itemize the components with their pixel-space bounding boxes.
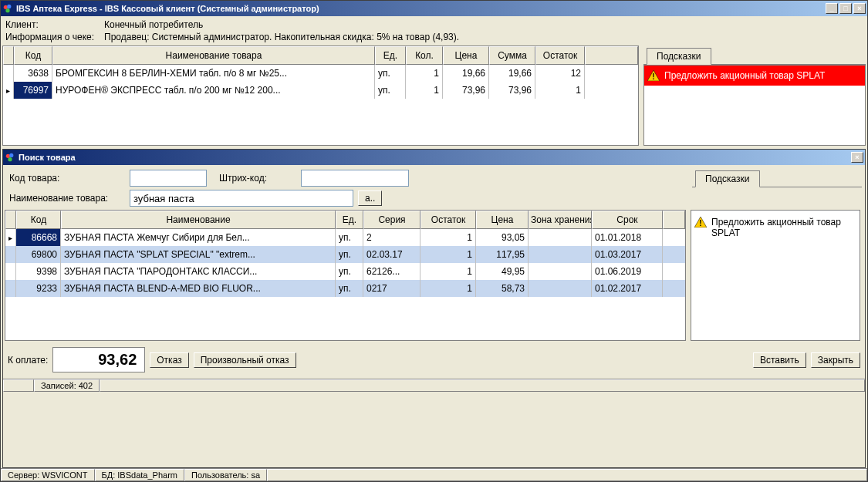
receipt-info-value: Продавец: Системный администратор. Накоп… (104, 32, 459, 42)
cell-qty: 1 (406, 82, 443, 99)
col-unit[interactable]: Ед. (375, 46, 406, 65)
cell-zone (529, 280, 592, 297)
close-search-button[interactable]: Закрыть (811, 352, 860, 368)
main-window: IBS Аптека Express - IBS Кассовый клиент… (0, 0, 868, 482)
cell-exp: 01.06.2019 (592, 263, 663, 280)
scol-name[interactable]: Наименование (61, 211, 336, 229)
receipt-grid[interactable]: Код Наименование товара Ед. Кол. Цена Су… (2, 46, 639, 146)
client-value: Конечный потребитель (104, 19, 203, 30)
reject-button[interactable]: Отказ (150, 352, 188, 368)
cell-price: 73,96 (443, 82, 489, 99)
scol-exp[interactable]: Срок (592, 211, 663, 229)
scol-price[interactable]: Цена (476, 211, 529, 229)
row-indicator (3, 65, 14, 82)
cell-price: 49,95 (476, 263, 529, 280)
row-indicator (5, 263, 16, 280)
barcode-input[interactable] (301, 170, 409, 187)
svg-point-1 (7, 5, 11, 8)
total-label: К оплате: (8, 355, 48, 366)
row-indicator (5, 280, 16, 297)
search-app-icon (5, 152, 15, 163)
close-button[interactable]: × (853, 3, 866, 14)
search-titlebar[interactable]: Поиск товара × (3, 150, 865, 165)
main-titlebar[interactable]: IBS Аптека Express - IBS Кассовый клиент… (1, 1, 867, 16)
footer-row: К оплате: 93,62 Отказ Произвольный отказ… (3, 341, 865, 379)
cell-price: 58,73 (476, 280, 529, 297)
search-close-button[interactable]: × (851, 152, 863, 163)
cell-series: 0217 (363, 280, 420, 297)
cell-zone (529, 229, 592, 246)
code-label: Код товара: (9, 173, 125, 184)
cell-zone (529, 246, 592, 263)
scol-zone[interactable]: Зона хранения (529, 211, 592, 229)
search-grid[interactable]: Код Наименование Ед. Серия Остаток Цена … (5, 210, 686, 341)
hints-panel-main: Подсказки ! Предложить акционный товар S… (643, 46, 866, 146)
app-icon (2, 3, 13, 14)
maximize-button[interactable]: □ (839, 3, 852, 14)
col-price[interactable]: Цена (443, 46, 489, 65)
row-indicator (5, 229, 16, 246)
client-label: Клиент: (5, 19, 104, 30)
client-info-panel: Клиент: Конечный потребитель Информация … (1, 16, 867, 46)
insert-button[interactable]: Вставить (753, 352, 806, 368)
cell-name: НУРОФЕН® ЭКСПРЕСС табл. п/о 200 мг №12 2… (52, 82, 375, 99)
cell-code: 9233 (16, 280, 61, 297)
search-statusbar: Записей: 402 (3, 379, 865, 392)
cell-exp: 01.02.2017 (592, 280, 663, 297)
table-row[interactable]: 86668ЗУБНАЯ ПАСТА Жемчуг Сибири для Бел.… (5, 229, 685, 246)
col-indicator (3, 46, 14, 65)
hint-yellow-text: Предложить акционный товар SPLAT (711, 217, 856, 238)
table-row[interactable]: 76997НУРОФЕН® ЭКСПРЕСС табл. п/о 200 мг … (3, 82, 638, 99)
svg-point-0 (4, 5, 8, 9)
a-button[interactable]: а.. (358, 190, 382, 206)
name-label: Наименование товара: (9, 193, 125, 204)
minimize-button[interactable]: _ (826, 3, 838, 14)
col-code[interactable]: Код (14, 46, 52, 65)
table-row[interactable]: 9398ЗУБНАЯ ПАСТА "ПАРОДОНТАКС КЛАССИ...у… (5, 263, 685, 280)
col-rest[interactable]: Остаток (535, 46, 585, 65)
status-db: БД: IBSdata_Pharm (95, 469, 184, 481)
svg-point-6 (8, 157, 12, 161)
scol-code[interactable]: Код (16, 211, 61, 229)
cell-sum: 73,96 (489, 82, 535, 99)
hint-red[interactable]: ! Предложить акционный товар SPLAT (644, 66, 865, 86)
row-indicator (3, 82, 14, 99)
total-value: 93,62 (52, 347, 145, 372)
col-name[interactable]: Наименование товара (52, 46, 375, 65)
table-row[interactable]: 69800ЗУБНАЯ ПАСТА "SPLAT SPECIAL" "extre… (5, 246, 685, 263)
cell-unit: уп. (375, 65, 406, 82)
col-sum[interactable]: Сумма (489, 46, 535, 65)
custom-reject-button[interactable]: Произвольный отказ (194, 352, 296, 368)
hint-yellow[interactable]: ! Предложить акционный товар SPLAT (693, 214, 858, 241)
table-row[interactable]: 3638БРОМГЕКСИН 8 БЕРЛИН-ХЕМИ табл. п/о 8… (3, 65, 638, 82)
cell-series: 02.03.17 (363, 246, 420, 263)
cell-name: ЗУБНАЯ ПАСТА "SPLAT SPECIAL" "extrem... (61, 246, 336, 263)
cell-price: 19,66 (443, 65, 489, 82)
tab-hints[interactable]: Подсказки (647, 48, 711, 65)
cell-unit: уп. (375, 82, 406, 99)
cell-unit: уп. (336, 280, 363, 297)
cell-rest: 12 (535, 65, 585, 82)
scol-unit[interactable]: Ед. (336, 211, 363, 229)
cell-code: 9398 (16, 263, 61, 280)
cell-name: ЗУБНАЯ ПАСТА Жемчуг Сибири для Бел... (61, 229, 336, 246)
search-window: Поиск товара × Код товара: Штрих-код: На… (2, 149, 866, 468)
table-row[interactable]: 9233ЗУБНАЯ ПАСТА BLEND-A-MED BIO FLUOR..… (5, 280, 685, 297)
scol-series[interactable]: Серия (363, 211, 420, 229)
hint-red-text: Предложить акционный товар SPLAT (664, 70, 825, 81)
svg-point-4 (6, 154, 10, 158)
hints-panel-search: Подсказки (692, 168, 862, 210)
search-form: Код товара: Штрих-код: Наименование това… (3, 165, 692, 210)
scol-rest[interactable]: Остаток (420, 211, 476, 229)
cell-code: 69800 (16, 246, 61, 263)
code-input[interactable] (130, 170, 207, 187)
cell-unit: уп. (336, 263, 363, 280)
col-qty[interactable]: Кол. (406, 46, 443, 65)
name-input[interactable] (130, 190, 353, 207)
tab-hints-search[interactable]: Подсказки (695, 170, 760, 187)
warning-icon: ! (647, 70, 660, 81)
cell-unit: уп. (336, 246, 363, 263)
cell-name: БРОМГЕКСИН 8 БЕРЛИН-ХЕМИ табл. п/о 8 мг … (52, 65, 375, 82)
cell-price: 117,95 (476, 246, 529, 263)
scol-indicator (5, 211, 16, 229)
